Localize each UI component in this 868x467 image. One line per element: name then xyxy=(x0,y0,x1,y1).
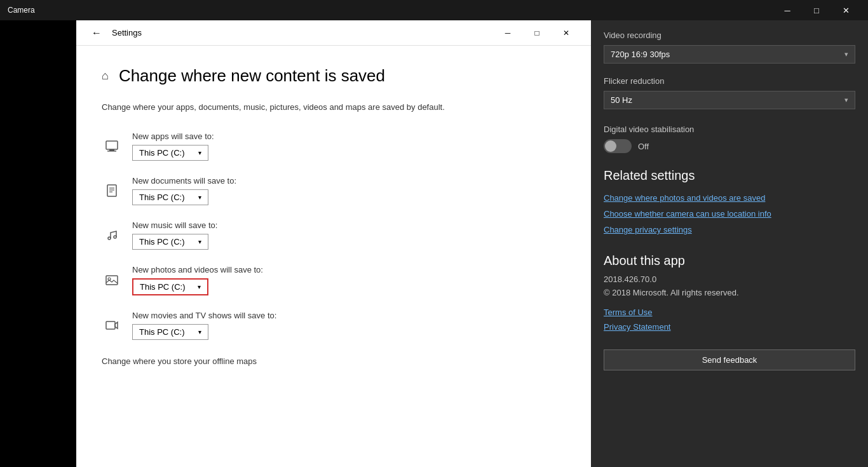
app-version: 2018.426.70.0 xyxy=(604,274,855,284)
documents-save-row: New documents will save to: This PC (C:)… xyxy=(102,176,566,205)
window-controls: ─ □ ✕ xyxy=(493,20,581,46)
apps-save-row: New apps will save to: This PC (C:) ▾ xyxy=(102,132,566,161)
app-body: ← Settings ─ □ ✕ ⌂ Change where new cont… xyxy=(0,20,868,467)
video-recording-value: 720p 16:9 30fps xyxy=(611,50,670,59)
toggle-knob xyxy=(605,140,616,152)
apps-icon xyxy=(102,139,122,153)
music-save-row: New music will save to: This PC (C:) ▾ xyxy=(102,220,566,250)
terms-of-use-link[interactable]: Terms of Use xyxy=(604,308,855,317)
toggle-state-label: Off xyxy=(638,142,649,151)
camera-location-link[interactable]: Choose whether camera can use location i… xyxy=(604,209,855,219)
bottom-text: Change where you store your offline maps xyxy=(102,356,257,366)
music-dropdown[interactable]: This PC (C:) ▾ xyxy=(132,234,208,250)
movies-icon xyxy=(102,318,122,332)
documents-dropdown-value: This PC (C:) xyxy=(139,193,194,202)
photos-dropdown-value: This PC (C:) xyxy=(140,282,194,292)
page-title: Change where new content is saved xyxy=(119,66,385,86)
privacy-settings-link[interactable]: Change privacy settings xyxy=(604,225,855,234)
apps-dropdown[interactable]: This PC (C:) ▾ xyxy=(132,145,208,161)
maximize-button[interactable]: □ xyxy=(802,0,831,20)
svg-point-8 xyxy=(114,236,116,238)
svg-rect-0 xyxy=(106,141,118,149)
apps-dropdown-value: This PC (C:) xyxy=(139,148,194,158)
svg-rect-2 xyxy=(107,151,116,152)
video-recording-label: Video recording xyxy=(604,30,855,40)
photos-label: New photos and videos will save to: xyxy=(132,265,263,274)
back-icon: ← xyxy=(92,27,102,39)
documents-label: New documents will save to: xyxy=(132,176,236,186)
page-description: Change where your apps, documents, music… xyxy=(102,101,566,114)
settings-panel: ← Settings ─ □ ✕ ⌂ Change where new cont… xyxy=(76,20,591,467)
svg-rect-3 xyxy=(107,185,116,196)
photos-dropdown-arrow: ▾ xyxy=(198,283,201,290)
digital-video-label: Digital video stabilisation xyxy=(604,125,855,134)
music-dropdown-value: This PC (C:) xyxy=(139,237,194,247)
related-settings-heading: Related settings xyxy=(604,168,855,183)
digital-video-toggle[interactable] xyxy=(604,139,632,153)
settings-header: ← Settings ─ □ ✕ xyxy=(76,20,591,46)
title-bar: Camera ─ □ ✕ xyxy=(0,0,868,20)
svg-point-7 xyxy=(108,237,111,240)
documents-dropdown-arrow: ▾ xyxy=(198,194,201,201)
title-bar-controls: ─ □ ✕ xyxy=(773,0,860,20)
photos-row-content: New photos and videos will save to: This… xyxy=(132,265,263,295)
apps-row-content: New apps will save to: This PC (C:) ▾ xyxy=(132,132,214,161)
close-button[interactable]: ✕ xyxy=(831,0,860,20)
movies-dropdown-arrow: ▾ xyxy=(198,328,201,335)
change-photos-videos-link[interactable]: Change where photos and videos are saved xyxy=(604,193,855,203)
movies-label: New movies and TV shows will save to: xyxy=(132,311,276,320)
video-recording-arrow: ▾ xyxy=(844,50,848,58)
home-icon: ⌂ xyxy=(102,69,109,83)
back-button[interactable]: ← xyxy=(86,23,107,43)
digital-video-toggle-row: Off xyxy=(604,139,855,153)
svg-rect-9 xyxy=(106,276,118,285)
settings-content: ⌂ Change where new content is saved Chan… xyxy=(76,46,591,467)
movies-dropdown-value: This PC (C:) xyxy=(139,327,194,337)
about-heading: About this app xyxy=(604,254,855,268)
page-heading: ⌂ Change where new content is saved xyxy=(102,66,566,86)
movies-dropdown[interactable]: This PC (C:) ▾ xyxy=(132,324,208,340)
flicker-reduction-dropdown[interactable]: 50 Hz ▾ xyxy=(604,91,855,109)
privacy-statement-link[interactable]: Privacy Statement xyxy=(604,322,855,332)
settings-title: Settings xyxy=(112,28,142,37)
music-icon xyxy=(102,228,122,242)
photos-dropdown[interactable]: This PC (C:) ▾ xyxy=(132,278,208,295)
photos-icon xyxy=(102,273,122,287)
minimize-button[interactable]: ─ xyxy=(773,0,802,20)
music-row-content: New music will save to: This PC (C:) ▾ xyxy=(132,220,217,250)
copyright-text: © 2018 Microsoft. All rights reserved. xyxy=(604,288,855,297)
flicker-reduction-value: 50 Hz xyxy=(611,95,632,105)
settings-maximize-button[interactable]: □ xyxy=(522,20,552,46)
send-feedback-button[interactable]: Send feedback xyxy=(604,349,855,370)
movies-save-row: New movies and TV shows will save to: Th… xyxy=(102,311,566,340)
flicker-reduction-label: Flicker reduction xyxy=(604,76,855,86)
music-label: New music will save to: xyxy=(132,220,217,230)
photos-save-row: New photos and videos will save to: This… xyxy=(102,265,566,295)
apps-label: New apps will save to: xyxy=(132,132,214,141)
settings-minimize-button[interactable]: ─ xyxy=(493,20,522,46)
apps-dropdown-arrow: ▾ xyxy=(198,149,201,156)
documents-dropdown[interactable]: This PC (C:) ▾ xyxy=(132,189,208,205)
right-panel: Video recording 720p 16:9 30fps ▾ Flicke… xyxy=(591,20,868,467)
settings-close-button[interactable]: ✕ xyxy=(552,20,581,46)
left-panel xyxy=(0,20,76,467)
movies-row-content: New movies and TV shows will save to: Th… xyxy=(132,311,276,340)
app-title: Camera xyxy=(8,6,773,15)
video-recording-dropdown[interactable]: 720p 16:9 30fps ▾ xyxy=(604,45,855,64)
svg-rect-11 xyxy=(106,321,115,329)
documents-row-content: New documents will save to: This PC (C:)… xyxy=(132,176,236,205)
music-dropdown-arrow: ▾ xyxy=(198,238,201,245)
flicker-reduction-arrow: ▾ xyxy=(844,96,848,104)
documents-icon xyxy=(102,184,122,198)
